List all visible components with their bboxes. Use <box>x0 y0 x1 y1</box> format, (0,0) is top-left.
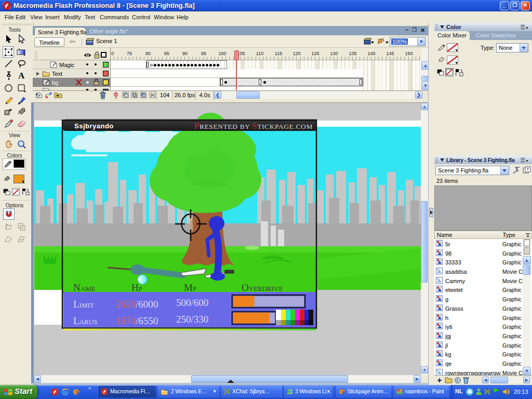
svg-text:2628/6000: 2628/6000 <box>116 299 158 310</box>
svg-text:1674/6550: 1674/6550 <box>116 315 158 326</box>
svg-text:500/600: 500/600 <box>176 297 208 308</box>
svg-text:Ssjbryando: Ssjbryando <box>74 122 114 130</box>
svg-text:Mp: Mp <box>184 282 196 293</box>
svg-text:Name: Name <box>73 282 96 293</box>
svg-text:Larus: Larus <box>73 315 97 326</box>
svg-text:Overdrive: Overdrive <box>242 282 283 293</box>
svg-text:250/330: 250/330 <box>176 314 208 325</box>
svg-text:Hp: Hp <box>131 282 142 293</box>
svg-text:PRESENTED BY STICKPAGE.COM: PRESENTED BY STICKPAGE.COM <box>194 121 313 131</box>
svg-text:Limit: Limit <box>73 299 94 310</box>
svg-text:i: i <box>457 378 458 383</box>
